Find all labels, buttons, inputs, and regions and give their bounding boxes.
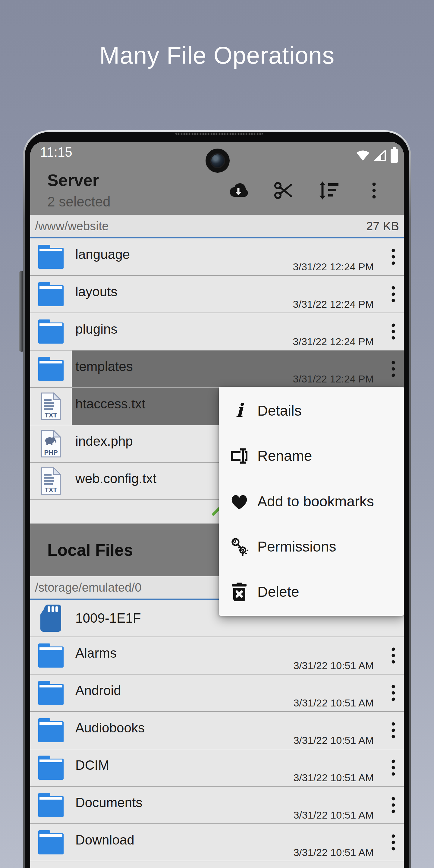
cut-button[interactable] xyxy=(261,178,306,203)
file-row-language[interactable]: language3/31/22 12:24 PM xyxy=(30,239,404,276)
more-options-button[interactable] xyxy=(351,178,397,203)
file-name: layouts xyxy=(75,284,117,299)
folder-icon xyxy=(30,824,72,861)
file-date: 3/31/22 10:51 AM xyxy=(293,735,374,746)
folder-icon xyxy=(30,786,72,824)
status-icons xyxy=(355,142,398,169)
list-tail xyxy=(30,861,404,868)
front-camera xyxy=(206,149,230,173)
kebab-menu-icon[interactable] xyxy=(391,248,396,266)
sort-icon xyxy=(318,181,339,200)
kebab-menu-icon[interactable] xyxy=(391,285,396,303)
file-row-templates[interactable]: templates3/31/22 12:24 PM xyxy=(30,350,404,388)
selection-size: 27 KB xyxy=(366,219,399,233)
local-path: /storage/emulated/0 xyxy=(35,581,142,594)
file-name: index.php xyxy=(75,434,133,449)
kebab-menu-icon[interactable] xyxy=(391,323,396,340)
file-row-content: Documents3/31/22 10:51 AM xyxy=(72,786,404,824)
file-row-plugins[interactable]: plugins3/31/22 12:24 PM xyxy=(30,313,404,350)
local-file-list: 1009-1E1FAlarms3/31/22 10:51 AMAndroid3/… xyxy=(30,600,404,861)
kebab-menu-icon[interactable] xyxy=(391,684,396,702)
key-gear-icon xyxy=(230,537,249,556)
kebab-icon xyxy=(371,182,377,199)
kebab-menu-icon[interactable] xyxy=(391,721,396,739)
file-row-Alarms[interactable]: Alarms3/31/22 10:51 AM xyxy=(30,637,404,675)
file-row-Android[interactable]: Android3/31/22 10:51 AM xyxy=(30,675,404,712)
file-row-content: plugins3/31/22 12:24 PM xyxy=(72,313,404,350)
file-name: web.config.txt xyxy=(75,471,156,486)
phone-frame: 11:15 Server 2 selected /www/website 27 … xyxy=(23,130,411,868)
server-path: /www/website xyxy=(35,219,109,233)
svg-text:PHP: PHP xyxy=(44,449,58,456)
file-row-content: Android3/31/22 10:51 AM xyxy=(72,675,404,711)
file-date: 3/31/22 12:24 PM xyxy=(293,261,374,273)
file-date: 3/31/22 12:24 PM xyxy=(293,299,374,310)
menu-item-label: Permissions xyxy=(257,538,336,555)
file-date: 3/31/22 10:51 AM xyxy=(293,846,374,858)
menu-item-details[interactable]: iDetails xyxy=(219,388,404,433)
folder-icon xyxy=(30,749,72,786)
kebab-menu-icon[interactable] xyxy=(391,360,396,378)
menu-item-add-to-bookmarks[interactable]: Add to bookmarks xyxy=(219,478,404,524)
file-name: Alarms xyxy=(75,646,117,661)
file-row-Documents[interactable]: Documents3/31/22 10:51 AM xyxy=(30,786,404,824)
menu-item-permissions[interactable]: Permissions xyxy=(219,524,404,569)
server-path-bar[interactable]: /www/website 27 KB xyxy=(30,215,404,239)
file-name: Download xyxy=(75,832,134,847)
file-name: Documents xyxy=(75,795,143,810)
file-row-Audiobooks[interactable]: Audiobooks3/31/22 10:51 AM xyxy=(30,712,404,749)
svg-text:TXT: TXT xyxy=(44,411,57,419)
speaker-grille-icon xyxy=(176,133,263,135)
panel-title-server: Server xyxy=(47,170,99,190)
file-date: 3/31/22 10:51 AM xyxy=(293,697,374,709)
menu-item-label: Details xyxy=(257,402,302,419)
txt-icon: TXT xyxy=(30,463,72,499)
file-date: 3/31/22 10:51 AM xyxy=(293,772,374,784)
signal-icon xyxy=(374,149,386,161)
menu-item-label: Rename xyxy=(257,447,312,464)
page-title: Many File Operations xyxy=(0,41,434,69)
folder-icon xyxy=(30,637,72,674)
battery-icon xyxy=(390,147,398,163)
file-row-content: layouts3/31/22 12:24 PM xyxy=(72,276,404,313)
context-menu: iDetailsRenameAdd to bookmarksPermission… xyxy=(219,387,404,616)
file-date: 3/31/22 10:51 AM xyxy=(293,660,374,672)
folder-icon xyxy=(30,675,72,711)
folder-icon xyxy=(30,712,72,749)
file-row-content: Download3/31/22 10:51 AM xyxy=(72,824,404,861)
file-row-content: DCIM3/31/22 10:51 AM xyxy=(72,749,404,786)
heart-icon xyxy=(230,492,249,511)
wifi-icon xyxy=(355,149,370,161)
file-row-Download[interactable]: Download3/31/22 10:51 AM xyxy=(30,824,404,861)
folder-icon xyxy=(30,350,72,387)
folder-icon xyxy=(30,239,72,275)
trash-x-icon xyxy=(230,582,249,601)
file-date: 3/31/22 12:24 PM xyxy=(293,373,374,385)
rename-box-icon xyxy=(230,446,249,466)
kebab-menu-icon[interactable] xyxy=(391,834,396,851)
download-button[interactable] xyxy=(216,178,261,203)
kebab-menu-icon[interactable] xyxy=(391,647,396,664)
file-name: 1009-1E1F xyxy=(75,611,141,626)
kebab-menu-icon[interactable] xyxy=(391,759,396,776)
file-name: htaccess.txt xyxy=(75,396,145,411)
local-files-title: Local Files xyxy=(47,540,133,560)
file-name: Android xyxy=(75,683,121,698)
status-time: 11:15 xyxy=(40,145,72,160)
kebab-menu-icon[interactable] xyxy=(391,796,396,814)
file-row-layouts[interactable]: layouts3/31/22 12:24 PM xyxy=(30,276,404,313)
phone-screen: 11:15 Server 2 selected /www/website 27 … xyxy=(30,142,404,868)
folder-icon xyxy=(30,313,72,350)
file-name: templates xyxy=(75,359,133,374)
sort-button[interactable] xyxy=(306,178,351,203)
file-name: DCIM xyxy=(75,758,109,773)
file-date: 3/31/22 10:51 AM xyxy=(293,809,374,821)
file-date: 3/31/22 12:24 PM xyxy=(293,336,374,347)
file-row-DCIM[interactable]: DCIM3/31/22 10:51 AM xyxy=(30,749,404,786)
menu-item-rename[interactable]: Rename xyxy=(219,433,404,478)
txt-icon: TXT xyxy=(30,388,72,425)
menu-item-label: Delete xyxy=(257,584,299,600)
selection-count: 2 selected xyxy=(47,193,111,210)
info-italic-icon: i xyxy=(230,401,249,420)
menu-item-delete[interactable]: Delete xyxy=(219,569,404,615)
